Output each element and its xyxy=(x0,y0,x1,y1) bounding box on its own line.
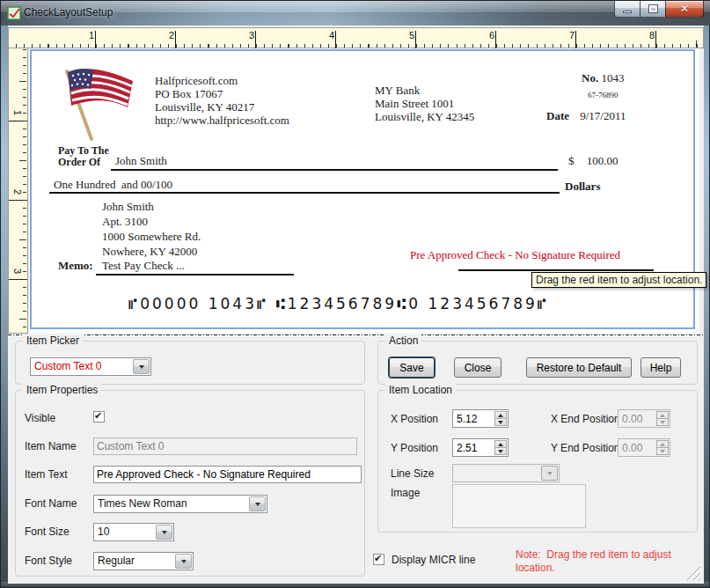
y-end-down-button xyxy=(656,448,669,455)
h-ruler-number: 3 xyxy=(243,30,254,40)
window-controls: ✕ xyxy=(614,1,704,18)
font-style-combo[interactable]: Regular xyxy=(93,552,194,570)
bank-line: Main Street 1001 xyxy=(375,97,474,110)
x-position-label: X Position xyxy=(391,413,438,425)
h-ruler-number: 5 xyxy=(403,30,414,40)
date-label: Date xyxy=(546,109,569,122)
font-style-dropdown-button[interactable] xyxy=(175,554,192,569)
memo-text: Test Pay Check ... xyxy=(102,259,185,273)
item-text-label: Item Text xyxy=(25,468,67,481)
dollars-label: Dollars xyxy=(565,180,600,194)
restore-default-button[interactable]: Restore to Default xyxy=(526,357,632,378)
check-number: No. 1043 xyxy=(582,71,624,85)
font-name-value: Times New Roman xyxy=(94,496,248,512)
x-position-up-button[interactable] xyxy=(494,411,507,419)
check-canvas: Halfpricesoft.comPO Box 17067Louisville,… xyxy=(30,49,695,329)
micr-line: ⑈00000 1043⑈ ⑆123456789⑆0 123456789⑈ xyxy=(128,295,549,312)
maximize-button[interactable] xyxy=(640,1,665,18)
font-style-label: Font Style xyxy=(25,555,72,567)
arrow-down-icon xyxy=(660,421,665,424)
visible-checkbox[interactable] xyxy=(93,411,105,423)
item-picker-combo[interactable]: Custom Text 0 xyxy=(30,357,151,376)
payee-underline xyxy=(111,169,558,171)
app-window: CheckLayoutSetup ✕ 12345678 123 xyxy=(0,0,710,588)
payee-address-line: 1000 Somewhere Rd. xyxy=(102,229,201,244)
close-action-button[interactable]: Close xyxy=(454,357,501,378)
v-ruler-number: 1 xyxy=(11,107,23,119)
line-size-combo xyxy=(452,464,560,482)
x-position-input[interactable] xyxy=(453,410,494,427)
image-label: Image xyxy=(391,487,420,499)
payee-name: John Smith xyxy=(115,154,167,168)
display-micr-label: Display MICR line xyxy=(392,554,475,566)
h-ruler-number: 7 xyxy=(563,30,575,40)
bank-line: MY Bank xyxy=(375,84,474,97)
y-position-label: Y Position xyxy=(391,442,438,454)
close-icon: ✕ xyxy=(680,3,689,15)
note-text: Note: Drag the red item to adjust locati… xyxy=(516,548,696,575)
check-preview-area: Halfpricesoft.comPO Box 17067Louisville,… xyxy=(29,48,699,334)
signature-line xyxy=(458,269,654,271)
minimize-button[interactable] xyxy=(614,1,640,18)
settings-panel: Item Picker Custom Text 0 Action Save Cl… xyxy=(8,336,704,584)
visible-label: Visible xyxy=(25,412,55,424)
h-ruler-number: 8 xyxy=(643,30,655,40)
dollar-sign: $ xyxy=(568,154,575,167)
app-icon xyxy=(7,6,21,20)
flag-image xyxy=(54,65,142,144)
line-size-dropdown-button xyxy=(541,466,558,481)
custom-text-item[interactable]: Pre Approved Check - No Signature Requir… xyxy=(410,248,620,262)
y-position-spin-buttons xyxy=(494,440,507,455)
company-address-block: Halfpricesoft.comPO Box 17067Louisville,… xyxy=(155,74,289,127)
font-name-label: Font Name xyxy=(25,497,77,510)
x-end-position-label: X End Position xyxy=(551,413,620,425)
v-ruler-number: 2 xyxy=(11,186,23,198)
y-end-up-button xyxy=(656,440,669,448)
title-bar: CheckLayoutSetup ✕ xyxy=(1,1,710,26)
v-ruler-number: 3 xyxy=(11,265,23,277)
payee-address-line: Apt. 3100 xyxy=(102,214,201,229)
x-end-position-stepper xyxy=(618,409,670,428)
h-ruler-number: 1 xyxy=(83,30,94,40)
font-name-combo[interactable]: Times New Roman xyxy=(93,495,267,513)
line-size-label: Line Size xyxy=(391,467,434,480)
payee-address-line: John Smith xyxy=(102,199,201,214)
font-size-dropdown-button[interactable] xyxy=(156,525,172,540)
arrow-down-icon xyxy=(660,450,665,453)
action-title: Action xyxy=(385,334,421,347)
y-position-down-button[interactable] xyxy=(494,448,507,455)
y-position-up-button[interactable] xyxy=(494,440,507,448)
font-size-value: 10 xyxy=(94,524,155,540)
payee-address-block: John SmithApt. 31001000 Somewhere Rd.Now… xyxy=(102,199,201,259)
item-picker-group: Item Picker Custom Text 0 xyxy=(15,341,365,385)
save-button[interactable]: Save xyxy=(389,357,435,378)
chevron-down-icon xyxy=(547,472,553,475)
bank-line: Louisville, KY 42345 xyxy=(375,110,474,123)
h-ruler-number: 6 xyxy=(483,30,494,40)
display-micr-checkbox[interactable] xyxy=(373,554,384,565)
x-position-down-button[interactable] xyxy=(494,419,507,426)
y-end-position-label: Y End Position xyxy=(551,442,620,454)
font-size-combo[interactable]: 10 xyxy=(93,523,174,541)
help-button[interactable]: Help xyxy=(640,357,681,378)
chevron-down-icon xyxy=(255,503,260,506)
y-position-stepper[interactable] xyxy=(452,438,509,457)
font-name-dropdown-button[interactable] xyxy=(249,496,266,511)
drag-tooltip: Drag the red item to adjust location. xyxy=(531,272,706,288)
close-button[interactable]: ✕ xyxy=(665,1,704,18)
chevron-down-icon xyxy=(139,365,144,369)
item-picker-title: Item Picker xyxy=(23,334,83,347)
memo-label: Memo: xyxy=(58,259,93,273)
y-position-input[interactable] xyxy=(453,439,494,456)
image-box xyxy=(452,484,586,528)
x-position-stepper[interactable] xyxy=(452,409,509,428)
minimize-icon xyxy=(623,11,632,13)
y-end-position-stepper xyxy=(618,438,670,457)
item-picker-dropdown-button[interactable] xyxy=(133,359,150,374)
window-title: CheckLayoutSetup xyxy=(24,1,113,25)
x-position-spin-buttons xyxy=(494,411,507,426)
arrow-up-icon xyxy=(498,443,503,446)
company-line: http://www.halfpricesoft.com xyxy=(155,114,289,127)
company-line: PO Box 17067 xyxy=(155,87,289,100)
item-text-input[interactable] xyxy=(93,466,362,483)
